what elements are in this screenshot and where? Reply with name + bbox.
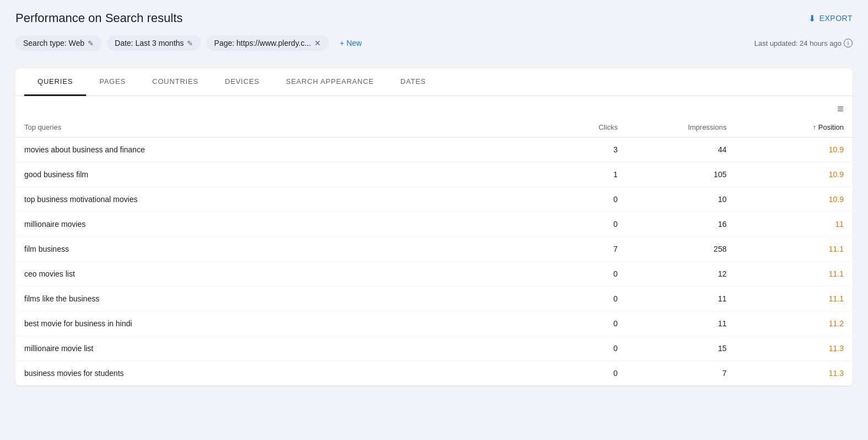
new-filter-button[interactable]: + New [334, 35, 367, 51]
cell-impressions: 11 [626, 311, 735, 336]
cell-position: 11.2 [735, 311, 853, 336]
cell-position: 11.1 [735, 287, 853, 311]
cell-impressions: 44 [626, 137, 735, 162]
cell-query: film business [15, 237, 518, 262]
cell-impressions: 15 [626, 336, 735, 361]
page-filter[interactable]: Page: https://www.plerdy.c... ✕ [206, 35, 329, 51]
cell-query: best movie for business in hindi [15, 311, 518, 336]
cell-query: millionaire movies [15, 212, 518, 237]
last-updated: Last updated: 24 hours ago i [754, 39, 853, 47]
cell-position: 11.1 [735, 237, 853, 262]
col-header-impressions: Impressions [626, 118, 735, 137]
cell-clicks: 0 [518, 212, 626, 237]
cell-query: good business film [15, 162, 518, 187]
edit-search-type-icon: ✎ [88, 39, 94, 47]
export-button[interactable]: ⬇ EXPORT [808, 13, 853, 24]
main-card: QUERIES PAGES COUNTRIES DEVICES SEARCH A… [15, 68, 853, 386]
cell-clicks: 0 [518, 311, 626, 336]
table-row[interactable]: ceo movies list01211.1 [15, 262, 853, 287]
cell-clicks: 0 [518, 287, 626, 311]
close-page-filter-icon[interactable]: ✕ [314, 39, 321, 47]
cell-query: millionaire movie list [15, 336, 518, 361]
cell-clicks: 0 [518, 361, 626, 386]
cell-clicks: 7 [518, 237, 626, 262]
cell-impressions: 10 [626, 187, 735, 212]
cell-clicks: 0 [518, 336, 626, 361]
cell-position: 11.3 [735, 336, 853, 361]
tab-search-appearance[interactable]: SEARCH APPEARANCE [272, 68, 387, 96]
cell-query: films like the business [15, 287, 518, 311]
page-label: Page: https://www.plerdy.c... [214, 39, 311, 47]
cell-impressions: 105 [626, 162, 735, 187]
tabs-row: QUERIES PAGES COUNTRIES DEVICES SEARCH A… [15, 68, 853, 96]
table-toolbar: ≡ [15, 96, 853, 118]
last-updated-text: Last updated: 24 hours ago [754, 39, 842, 47]
cell-position: 11.1 [735, 262, 853, 287]
col-header-query: Top queries [15, 118, 518, 137]
cell-clicks: 0 [518, 262, 626, 287]
search-type-label: Search type: Web [23, 39, 84, 47]
table-row[interactable]: films like the business01111.1 [15, 287, 853, 311]
cell-query: business movies for students [15, 361, 518, 386]
data-table: Top queries Clicks Impressions ↑Position… [15, 118, 853, 386]
date-label: Date: Last 3 months [115, 39, 184, 47]
page-container: Performance on Search results ⬇ EXPORT S… [0, 0, 868, 440]
table-row[interactable]: film business725811.1 [15, 237, 853, 262]
col-header-position[interactable]: ↑Position [735, 118, 853, 137]
table-row[interactable]: good business film110510.9 [15, 162, 853, 187]
table-row[interactable]: movies about business and finance34410.9 [15, 137, 853, 162]
cell-query: movies about business and finance [15, 137, 518, 162]
tab-dates[interactable]: DATES [387, 68, 439, 96]
cell-clicks: 0 [518, 187, 626, 212]
cell-impressions: 12 [626, 262, 735, 287]
search-type-filter[interactable]: Search type: Web ✎ [15, 35, 101, 51]
date-filter[interactable]: Date: Last 3 months ✎ [107, 35, 201, 51]
filters-row: Search type: Web ✎ Date: Last 3 months ✎… [15, 35, 853, 60]
edit-date-icon: ✎ [187, 39, 193, 47]
tab-queries[interactable]: QUERIES [24, 68, 86, 96]
export-icon: ⬇ [808, 13, 816, 24]
table-row[interactable]: best movie for business in hindi01111.2 [15, 311, 853, 336]
table-row[interactable]: millionaire movie list01511.3 [15, 336, 853, 361]
cell-clicks: 1 [518, 162, 626, 187]
cell-query: top business motivational movies [15, 187, 518, 212]
cell-impressions: 7 [626, 361, 735, 386]
new-filter-label: New [346, 39, 362, 47]
page-title: Performance on Search results [15, 11, 183, 25]
cell-impressions: 258 [626, 237, 735, 262]
cell-impressions: 11 [626, 287, 735, 311]
tab-devices[interactable]: DEVICES [212, 68, 273, 96]
cell-position: 10.9 [735, 162, 853, 187]
table-row[interactable]: millionaire movies01611 [15, 212, 853, 237]
cell-clicks: 3 [518, 137, 626, 162]
cell-query: ceo movies list [15, 262, 518, 287]
sort-arrow-icon: ↑ [813, 124, 816, 131]
cell-position: 10.9 [735, 187, 853, 212]
header-row: Performance on Search results ⬇ EXPORT [15, 11, 853, 25]
table-row[interactable]: business movies for students0711.3 [15, 361, 853, 386]
cell-position: 11 [735, 212, 853, 237]
cell-impressions: 16 [626, 212, 735, 237]
tab-pages[interactable]: PAGES [86, 68, 139, 96]
export-label: EXPORT [819, 14, 853, 23]
table-header-row: Top queries Clicks Impressions ↑Position [15, 118, 853, 137]
cell-position: 10.9 [735, 137, 853, 162]
info-icon[interactable]: i [844, 39, 853, 47]
table-row[interactable]: top business motivational movies01010.9 [15, 187, 853, 212]
tab-countries[interactable]: COUNTRIES [139, 68, 212, 96]
cell-position: 11.3 [735, 361, 853, 386]
plus-icon: + [340, 39, 344, 47]
col-header-clicks: Clicks [518, 118, 626, 137]
filter-list-icon[interactable]: ≡ [837, 103, 844, 115]
